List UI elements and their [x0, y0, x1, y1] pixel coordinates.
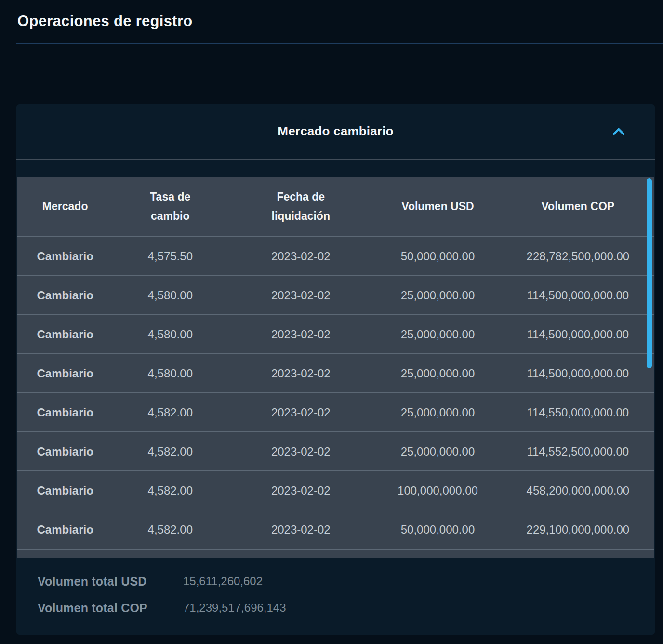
cell-tasa-de-cambio: 4,582.00 [113, 471, 227, 510]
cell-tasa-de-cambio: 4,575.50 [113, 237, 227, 275]
table-row[interactable]: Cambiario 4,575.50 2023-02-02 50,000,000… [17, 236, 654, 275]
cell-fecha-de-liquidacion: 2023-02-02 [227, 432, 374, 470]
cell-tasa-de-cambio: 4,582.00 [113, 393, 227, 431]
panel-header-toggle[interactable]: Mercado cambiario [16, 104, 655, 160]
clipped-next-row [17, 549, 654, 558]
vertical-scrollbar-thumb[interactable] [647, 178, 652, 368]
cell-mercado: Cambiario [17, 510, 113, 549]
cell-tasa-de-cambio: 4,582.00 [113, 432, 227, 470]
cell-volumen-cop: 458,200,000,000.00 [502, 471, 654, 510]
total-cop-value: 71,239,517,696,143 [183, 601, 286, 615]
cell-fecha-de-liquidacion: 2023-02-02 [227, 315, 374, 353]
table-row[interactable]: Cambiario 4,582.00 2023-02-02 25,000,000… [17, 431, 654, 470]
cell-volumen-cop: 114,552,500,000.00 [502, 432, 654, 470]
cell-volumen-usd: 50,000,000.00 [374, 510, 501, 549]
cell-volumen-usd: 25,000,000.00 [374, 354, 501, 392]
cell-volumen-cop: 114,500,000,000.00 [502, 276, 654, 314]
cell-volumen-usd: 25,000,000.00 [374, 393, 501, 431]
totals-footer: Volumen total USD 15,611,260,602 Volumen… [16, 558, 655, 617]
total-usd-value: 15,611,260,602 [183, 575, 263, 588]
cell-tasa-de-cambio: 4,580.00 [113, 315, 227, 353]
total-usd-label: Volumen total USD [38, 575, 183, 589]
total-cop-line: Volumen total COP 71,239,517,696,143 [38, 598, 655, 617]
cell-fecha-de-liquidacion: 2023-02-02 [227, 354, 374, 392]
cell-tasa-de-cambio: 4,580.00 [113, 276, 227, 314]
cell-volumen-usd: 25,000,000.00 [374, 432, 501, 470]
panel-title: Mercado cambiario [278, 124, 393, 139]
table-body: Cambiario 4,575.50 2023-02-02 50,000,000… [17, 236, 654, 549]
table-row[interactable]: Cambiario 4,580.00 2023-02-02 25,000,000… [17, 353, 654, 392]
mercado-cambiario-panel: Mercado cambiario Mercado Tasa de cambio… [16, 104, 655, 635]
cell-tasa-de-cambio: 4,582.00 [113, 510, 227, 549]
table-row[interactable]: Cambiario 4,580.00 2023-02-02 25,000,000… [17, 314, 654, 353]
column-header-volumen-usd: Volumen USD [374, 177, 501, 236]
cell-tasa-de-cambio: 4,580.00 [113, 354, 227, 392]
chevron-up-icon[interactable] [612, 127, 625, 136]
total-usd-line: Volumen total USD 15,611,260,602 [38, 572, 655, 591]
cell-volumen-cop: 228,782,500,000.00 [502, 237, 654, 275]
column-header-volumen-cop: Volumen COP [502, 177, 654, 236]
title-divider [16, 43, 663, 44]
cell-mercado: Cambiario [17, 393, 113, 431]
column-header-tasa-de-cambio: Tasa de cambio [113, 177, 227, 236]
exchange-table: Mercado Tasa de cambio Fecha de liquidac… [17, 177, 654, 558]
cell-mercado: Cambiario [17, 354, 113, 392]
column-header-mercado: Mercado [17, 177, 113, 236]
cell-fecha-de-liquidacion: 2023-02-02 [227, 237, 374, 275]
cell-mercado: Cambiario [17, 276, 113, 314]
table-row[interactable]: Cambiario 4,580.00 2023-02-02 25,000,000… [17, 275, 654, 314]
cell-mercado: Cambiario [17, 237, 113, 275]
column-header-fecha-de-liquidacion: Fecha de liquidación [227, 177, 374, 236]
table-row[interactable]: Cambiario 4,582.00 2023-02-02 100,000,00… [17, 470, 654, 510]
cell-mercado: Cambiario [17, 471, 113, 510]
cell-fecha-de-liquidacion: 2023-02-02 [227, 510, 374, 549]
cell-mercado: Cambiario [17, 315, 113, 353]
cell-mercado: Cambiario [17, 432, 113, 470]
table-row[interactable]: Cambiario 4,582.00 2023-02-02 25,000,000… [17, 392, 654, 431]
cell-volumen-usd: 25,000,000.00 [374, 315, 501, 353]
table-row[interactable]: Cambiario 4,582.00 2023-02-02 50,000,000… [17, 510, 654, 549]
cell-fecha-de-liquidacion: 2023-02-02 [227, 393, 374, 431]
cell-volumen-cop: 114,500,000,000.00 [502, 354, 654, 392]
total-cop-label: Volumen total COP [38, 601, 183, 615]
cell-volumen-cop: 114,550,000,000.00 [502, 393, 654, 431]
cell-fecha-de-liquidacion: 2023-02-02 [227, 471, 374, 510]
cell-volumen-usd: 25,000,000.00 [374, 276, 501, 314]
cell-volumen-usd: 50,000,000.00 [374, 237, 501, 275]
cell-volumen-usd: 100,000,000.00 [374, 471, 501, 510]
cell-volumen-cop: 229,100,000,000.00 [502, 510, 654, 549]
cell-fecha-de-liquidacion: 2023-02-02 [227, 276, 374, 314]
cell-volumen-cop: 114,500,000,000.00 [502, 315, 654, 353]
page-title: Operaciones de registro [17, 13, 193, 30]
table-header-row: Mercado Tasa de cambio Fecha de liquidac… [17, 177, 654, 236]
